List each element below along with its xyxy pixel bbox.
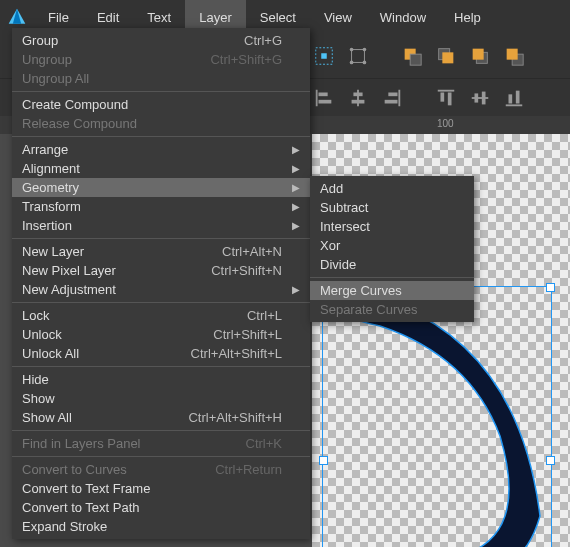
menu-item-label: Unlock (22, 327, 62, 342)
svg-rect-32 (516, 91, 520, 104)
menu-item-label: New Pixel Layer (22, 263, 116, 278)
menu-item-unlock[interactable]: UnlockCtrl+Shift+L (12, 325, 310, 344)
align-left-icon[interactable] (310, 84, 338, 112)
submenu-item-label: Intersect (320, 219, 370, 234)
menu-separator (12, 91, 310, 92)
align-center-h-icon[interactable] (344, 84, 372, 112)
menu-separator (12, 302, 310, 303)
submenu-arrow-icon: ▶ (292, 144, 300, 155)
submenu-item-merge-curves[interactable]: Merge Curves (310, 281, 474, 300)
arrange-forward-icon[interactable] (466, 42, 494, 70)
svg-rect-12 (473, 49, 484, 60)
ruler-tick-label: 100 (437, 118, 454, 129)
menu-item-insertion[interactable]: Insertion▶ (12, 216, 310, 235)
menu-item-ungroup: UngroupCtrl+Shift+G (12, 50, 310, 69)
svg-rect-2 (352, 50, 365, 63)
menu-item-create-compound[interactable]: Create Compound (12, 95, 310, 114)
svg-rect-23 (385, 100, 398, 104)
menu-item-find-in-layers-panel: Find in Layers PanelCtrl+K (12, 434, 310, 453)
transform-icon[interactable] (344, 42, 372, 70)
align-center-v-icon[interactable] (466, 84, 494, 112)
arrange-backward-icon[interactable] (432, 42, 460, 70)
layer-menu-dropdown: GroupCtrl+GUngroupCtrl+Shift+GUngroup Al… (12, 28, 310, 539)
menu-item-alignment[interactable]: Alignment▶ (12, 159, 310, 178)
menu-view[interactable]: View (310, 0, 366, 34)
menu-shortcut: Ctrl+L (247, 308, 282, 323)
submenu-item-label: Divide (320, 257, 356, 272)
svg-point-4 (363, 48, 367, 52)
menu-item-label: Expand Stroke (22, 519, 107, 534)
geometry-submenu: AddSubtractIntersectXorDivideMerge Curve… (310, 176, 474, 322)
menu-separator (12, 456, 310, 457)
align-right-icon[interactable] (378, 84, 406, 112)
menu-shortcut: Ctrl+K (246, 436, 282, 451)
submenu-item-label: Xor (320, 238, 340, 253)
menu-item-lock[interactable]: LockCtrl+L (12, 306, 310, 325)
menu-item-unlock-all[interactable]: Unlock AllCtrl+Alt+Shift+L (12, 344, 310, 363)
svg-point-6 (363, 61, 367, 65)
submenu-arrow-icon: ▶ (292, 220, 300, 231)
menu-item-label: Ungroup All (22, 71, 89, 86)
svg-rect-22 (388, 93, 397, 97)
menu-item-convert-to-text-frame[interactable]: Convert to Text Frame (12, 479, 310, 498)
menu-item-group[interactable]: GroupCtrl+G (12, 31, 310, 50)
submenu-item-divide[interactable]: Divide (310, 255, 474, 274)
menu-item-geometry[interactable]: Geometry▶ (12, 178, 310, 197)
menu-item-label: Show All (22, 410, 72, 425)
menu-item-new-pixel-layer[interactable]: New Pixel LayerCtrl+Shift+N (12, 261, 310, 280)
menu-item-hide[interactable]: Hide (12, 370, 310, 389)
submenu-item-separate-curves: Separate Curves (310, 300, 474, 319)
menu-item-label: Create Compound (22, 97, 128, 112)
svg-rect-16 (319, 93, 328, 97)
menu-item-ungroup-all: Ungroup All (12, 69, 310, 88)
arrange-back-icon[interactable] (398, 42, 426, 70)
menu-item-label: Transform (22, 199, 81, 214)
align-bottom-icon[interactable] (500, 84, 528, 112)
submenu-item-label: Separate Curves (320, 302, 418, 317)
snap-pixel-icon[interactable] (310, 42, 338, 70)
svg-rect-8 (410, 54, 421, 65)
menu-item-new-layer[interactable]: New LayerCtrl+Alt+N (12, 242, 310, 261)
menu-item-show-all[interactable]: Show AllCtrl+Alt+Shift+H (12, 408, 310, 427)
menu-item-label: Group (22, 33, 58, 48)
menu-item-arrange[interactable]: Arrange▶ (12, 140, 310, 159)
menu-item-label: Geometry (22, 180, 79, 195)
align-top-icon[interactable] (432, 84, 460, 112)
submenu-item-intersect[interactable]: Intersect (310, 217, 474, 236)
submenu-item-add[interactable]: Add (310, 179, 474, 198)
submenu-item-subtract[interactable]: Subtract (310, 198, 474, 217)
menu-shortcut: Ctrl+Alt+Shift+L (191, 346, 282, 361)
svg-rect-25 (441, 93, 445, 102)
submenu-item-xor[interactable]: Xor (310, 236, 474, 255)
menu-item-convert-to-text-path[interactable]: Convert to Text Path (12, 498, 310, 517)
arrange-front-icon[interactable] (500, 42, 528, 70)
menu-item-convert-to-curves: Convert to CurvesCtrl+Return (12, 460, 310, 479)
menu-help[interactable]: Help (440, 0, 495, 34)
svg-rect-28 (475, 93, 479, 102)
svg-point-5 (350, 61, 354, 65)
menu-item-label: Find in Layers Panel (22, 436, 141, 451)
menu-separator (12, 430, 310, 431)
submenu-arrow-icon: ▶ (292, 201, 300, 212)
menu-window[interactable]: Window (366, 0, 440, 34)
submenu-arrow-icon: ▶ (292, 163, 300, 174)
svg-rect-19 (353, 93, 362, 97)
menu-item-expand-stroke[interactable]: Expand Stroke (12, 517, 310, 536)
menu-shortcut: Ctrl+Return (215, 462, 282, 477)
menu-shortcut: Ctrl+Shift+N (211, 263, 282, 278)
svg-rect-26 (448, 93, 452, 106)
menu-item-label: Convert to Text Path (22, 500, 140, 515)
menu-item-label: Lock (22, 308, 49, 323)
menu-shortcut: Ctrl+Shift+L (213, 327, 282, 342)
svg-rect-10 (442, 52, 453, 63)
menu-item-label: Alignment (22, 161, 80, 176)
menu-item-new-adjustment[interactable]: New Adjustment▶ (12, 280, 310, 299)
svg-rect-14 (507, 49, 518, 60)
menu-separator (12, 366, 310, 367)
menu-separator (12, 238, 310, 239)
svg-rect-20 (352, 100, 365, 104)
menu-item-transform[interactable]: Transform▶ (12, 197, 310, 216)
menu-shortcut: Ctrl+Shift+G (210, 52, 282, 67)
svg-rect-31 (509, 94, 513, 103)
menu-item-show[interactable]: Show (12, 389, 310, 408)
